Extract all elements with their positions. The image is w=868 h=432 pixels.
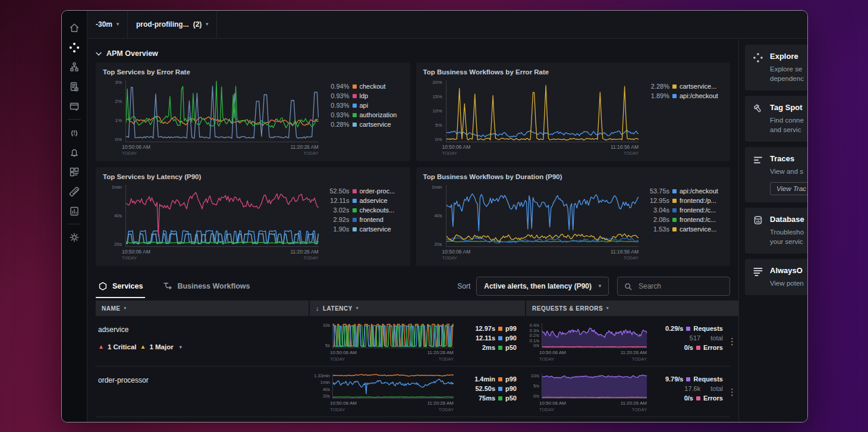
column-header-requests-errors[interactable]: REQUESTS & ERRORS ▾ <box>526 300 738 316</box>
legend-item[interactable]: 3.04sfrontend:/c... <box>644 205 723 215</box>
sidebar-divider <box>68 119 81 120</box>
caret-down-icon: ▾ <box>117 22 119 27</box>
home-icon[interactable] <box>64 18 84 37</box>
rail-card-alwayson[interactable]: AlwaysO View poten <box>745 259 807 295</box>
dashboards-grid-icon[interactable] <box>64 162 84 181</box>
legend-item[interactable]: 12.95sfrontend:/p... <box>644 196 723 205</box>
chart-title: Top Business Workflows by Duration (P90) <box>423 173 724 180</box>
row-menu-button[interactable]: ⋮ <box>728 337 737 346</box>
rail-card-database[interactable]: Database Troublesho your servic <box>745 208 807 253</box>
search-input[interactable] <box>637 281 724 291</box>
x-axis: 10:50:06 AMTODAY11:20:26 AMTODAY <box>122 247 319 261</box>
ruler-icon[interactable] <box>64 181 84 201</box>
time-range-value: -30m <box>96 20 112 29</box>
sort-dropdown[interactable]: Active alerts, then latency (P90) ▾ <box>476 277 609 296</box>
legend-item[interactable]: 1.53scartservice... <box>644 224 723 234</box>
metric-value: 0/sErrors <box>653 393 723 403</box>
metric-value: 1.4minp99 <box>460 374 517 384</box>
legend-item[interactable]: 2.92sfrontend <box>325 215 403 224</box>
table-row[interactable]: 3.02sp99 0.68/sRequests <box>96 417 730 422</box>
row-menu-button[interactable]: ⋮ <box>728 387 737 396</box>
table-row[interactable]: order-processor 1.33min1min40s20s 10:50:… <box>96 367 730 417</box>
latency-sparkline <box>332 323 454 348</box>
critical-triangle-icon: ▲ <box>98 344 104 350</box>
column-header-name[interactable]: NAME ▾ <box>96 300 309 316</box>
chart-title: Top Services by Error Rate <box>103 68 403 76</box>
chart-panel-services-latency: Top Services by Latency (P90) 1min40s20s… <box>96 167 410 266</box>
view-traces-button[interactable]: View Trac <box>770 182 807 195</box>
legend-item[interactable]: 53.75sapi:/checkout <box>644 186 723 196</box>
legend-item[interactable]: 0.93%api <box>325 101 403 110</box>
caret-down-icon: ▾ <box>606 306 609 311</box>
x-axis: 10:50:06 AMTODAY11:20:26 AMTODAY <box>330 348 454 362</box>
flame-rows-icon <box>752 266 764 288</box>
chart-title: Top Services by Latency (P90) <box>103 173 403 180</box>
rail-card-tag-spotlight[interactable]: Tag Spot Find conne and servic <box>745 96 807 142</box>
caret-down-icon: ▾ <box>599 284 601 289</box>
chart-panel-workflows-duration: Top Business Workflows by Duration (P90)… <box>416 167 731 266</box>
apm-compass-icon[interactable] <box>64 37 84 57</box>
legend-item[interactable]: 2.08sfrontend:/c... <box>644 215 723 224</box>
list-toolbar: Services Business Workflows Sort Active … <box>96 272 730 300</box>
metric-value: 17.6ktotal <box>653 384 723 393</box>
rail-card-explore[interactable]: Explore Explore se dependenc <box>745 45 807 90</box>
gear-icon[interactable] <box>64 227 84 247</box>
chart-plot <box>125 185 319 247</box>
legend-item[interactable]: 0.94%checkout <box>325 82 403 91</box>
legend-item[interactable]: 1.89%api:/checkout <box>644 91 723 101</box>
alert-badges[interactable]: ▲1 Critical▲1 Major▾ <box>98 343 299 350</box>
x-axis: 10:50:06 AMTODAY11:20:26 AMTODAY <box>330 399 454 413</box>
chart-title: Top Business Workflows by Error Rate <box>423 68 724 76</box>
bell-icon[interactable] <box>64 142 84 162</box>
log-document-icon[interactable] <box>64 77 84 96</box>
tab-business-workflows[interactable]: Business Workflows <box>161 272 252 300</box>
alerts-expand-caret[interactable]: ▾ <box>180 345 182 350</box>
latency-values: 12.97sp9912.11sp902msp50 <box>460 323 517 366</box>
service-name-link[interactable]: order-processor <box>98 376 299 384</box>
service-hierarchy-icon[interactable] <box>64 57 84 77</box>
chart-legend: 53.75sapi:/checkout12.95sfrontend:/p...3… <box>644 185 723 261</box>
y-axis: 20%15%10%5%0% <box>423 80 446 142</box>
legend-item[interactable]: 0.93%ldp <box>325 91 403 101</box>
x-axis: 10:50:06 AMTODAY11:20:26 AMTODAY <box>539 348 647 362</box>
metric-value: 2msp50 <box>460 343 517 352</box>
legend-item[interactable]: 52.50sorder-proc... <box>325 186 403 196</box>
metric-value: 52.50sp90 <box>460 384 517 393</box>
legend-item[interactable]: 0.93%authorization <box>325 110 403 120</box>
apm-overview-toggle[interactable]: APM Overview <box>96 45 730 62</box>
legend-item[interactable]: 2.28%cartservice... <box>644 82 723 91</box>
latency-sparkline <box>332 374 454 399</box>
legend-item[interactable]: 1.90scartservice <box>325 224 403 234</box>
x-axis: 10:50:06 AMTODAY11:16:56 AMTODAY <box>442 142 639 156</box>
alert-count-label: 1 Major <box>149 343 173 350</box>
nav-sidebar: (!) <box>62 11 87 422</box>
chart-plot <box>446 185 639 247</box>
legend-item[interactable]: 0.28%cartservice <box>325 120 403 129</box>
compass-icon <box>752 52 764 83</box>
x-axis: 10:50:06 AMTODAY11:20:26 AMTODAY <box>539 399 647 413</box>
rail-card-traces[interactable]: Traces View and s View Trac <box>745 147 807 202</box>
service-name-link[interactable]: adservice <box>98 325 299 334</box>
traces-icon <box>752 154 764 195</box>
requests-sparkline <box>542 323 647 348</box>
time-range-picker[interactable]: -30m ▾ <box>87 11 128 38</box>
tab-services[interactable]: Services <box>96 272 145 300</box>
chart-plot <box>446 80 639 142</box>
environment-picker[interactable]: prod-profiling... (2) ▾ <box>128 11 217 38</box>
browser-monitor-icon[interactable] <box>64 96 84 116</box>
chart-legend: 0.94%checkout0.93%ldp0.93%api0.93%author… <box>325 80 403 156</box>
column-header-latency[interactable]: ↓ LATENCY ▾ <box>310 300 525 316</box>
legend-item[interactable]: 12.11sadservice <box>325 196 403 205</box>
table-row[interactable]: adservice ▲1 Critical▲1 Major▾ 10s5s 10:… <box>96 316 730 367</box>
alert-count-label: 1 Critical <box>108 343 137 350</box>
alert-parens-icon[interactable]: (!) <box>64 123 84 142</box>
metric-value: 75msp50 <box>460 393 517 403</box>
environment-value: prod-profiling... <box>136 20 189 29</box>
section-title: APM Overview <box>106 49 158 58</box>
workflow-icon <box>163 281 172 291</box>
legend-item[interactable]: 3.02scheckouts... <box>325 205 403 215</box>
chart-panel-workflows-error-rate: Top Business Workflows by Error Rate 20%… <box>416 62 731 161</box>
sort-direction-icon: ↓ <box>316 305 319 312</box>
services-table: NAME ▾ ↓ LATENCY ▾ REQUESTS & ERRORS ▾ <box>96 300 730 422</box>
metrics-box-icon[interactable] <box>64 201 84 221</box>
